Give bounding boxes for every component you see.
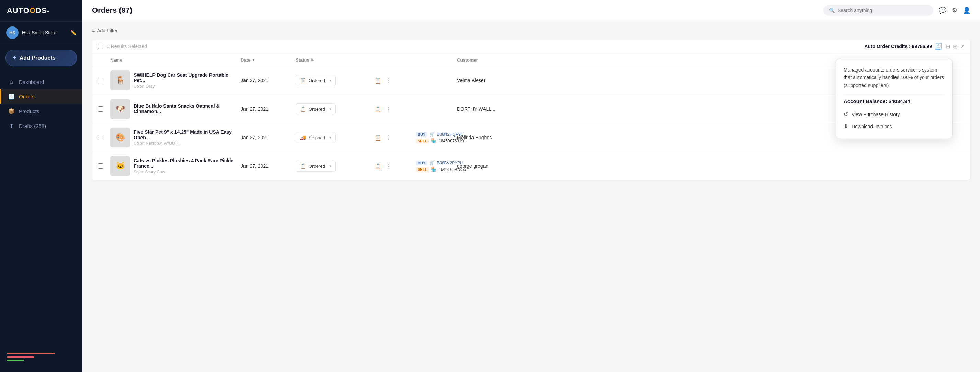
results-selected: 0 Results Selected xyxy=(107,44,147,49)
amazon-icon: 🛒 xyxy=(429,132,435,137)
logo: AUTOŌDS- xyxy=(0,0,83,22)
account-balance: Account Balance: $4034.94 xyxy=(844,98,945,104)
col-name: Name xyxy=(110,57,241,62)
popup-description: Managed accounts orders service is syste… xyxy=(844,66,945,89)
more-options-icon[interactable]: ⋮ xyxy=(386,163,391,169)
row-checkbox[interactable] xyxy=(98,135,103,140)
action-icons: 📋 ⋮ xyxy=(375,134,416,141)
sidebar-item-label: Dashboard xyxy=(19,79,44,85)
topbar: Orders (97) 🔍 💬 ⚙ 👤 xyxy=(83,0,980,21)
download-invoices-action[interactable]: ⬇ Download Invoices xyxy=(844,120,945,133)
table-row: 🐱 Cats vs Pickles Plushies 4 Pack Rare P… xyxy=(92,152,970,180)
sidebar-item-orders[interactable]: 🧾 Orders xyxy=(0,89,83,104)
status-label: Ordered xyxy=(309,107,325,112)
sidebar-bottom xyxy=(0,346,83,372)
status-badge[interactable]: 📋 Ordered ▾ xyxy=(296,161,336,172)
product-variant: Color: Gray xyxy=(134,84,241,89)
status-icon: 📋 xyxy=(300,106,306,112)
user-name: Hila Small Store xyxy=(22,30,67,35)
filter-bar: ≡ Add Filter xyxy=(92,28,970,34)
view-purchase-history-action[interactable]: ↺ View Purchase History xyxy=(844,108,945,120)
edit-profile-icon[interactable]: ✏️ xyxy=(70,30,76,35)
user-profile[interactable]: HS Hila Small Store ✏️ xyxy=(0,22,83,44)
products-icon: 📦 xyxy=(8,108,15,115)
search-bar[interactable]: 🔍 xyxy=(823,5,933,16)
user-icon[interactable]: 👤 xyxy=(963,6,970,14)
topbar-right: 🔍 💬 ⚙ 👤 xyxy=(823,5,970,16)
order-details-icon[interactable]: 📋 xyxy=(375,163,382,169)
buy-tag: BUY xyxy=(416,161,427,165)
list-view-icon[interactable]: ⊟ xyxy=(946,43,950,50)
add-filter-button[interactable]: ≡ Add Filter xyxy=(92,28,118,34)
chevron-down-icon: ▾ xyxy=(329,136,331,140)
status-badge[interactable]: 🚚 Shipped ▾ xyxy=(296,132,336,143)
grid-view-icon[interactable]: ⊞ xyxy=(953,43,957,50)
logo-accent: Ō xyxy=(30,6,36,15)
buy-row: BUY 🛒 B08N2HQP9C xyxy=(416,132,457,137)
status-label: Ordered xyxy=(309,164,325,169)
col-status: Status ⇅ xyxy=(296,57,375,62)
sidebar-item-label: Products xyxy=(19,108,39,114)
chevron-down-icon: ▾ xyxy=(329,107,331,112)
product-variant: Style: Scary Cats xyxy=(134,169,241,174)
status-sort-icon[interactable]: ⇅ xyxy=(311,58,313,62)
auto-order-credits: Auto Order Credits : 99786.99 🧾 xyxy=(864,43,942,50)
product-name: Blue Buffalo Santa Snacks Oatmeal & Cinn… xyxy=(134,103,241,114)
status-badge[interactable]: 📋 Ordered ▾ xyxy=(296,104,336,115)
table-header-row: 0 Results Selected Auto Order Credits : … xyxy=(92,39,970,54)
status-badge[interactable]: 📋 Ordered ▾ xyxy=(296,75,336,86)
bar-green xyxy=(7,359,24,361)
col-buysell xyxy=(416,57,457,62)
row-checkbox[interactable] xyxy=(98,106,103,112)
status-icon: 📋 xyxy=(300,78,306,83)
sidebar-item-drafts[interactable]: ⬆ Drafts (258) xyxy=(0,119,83,133)
select-all-checkbox[interactable] xyxy=(98,44,103,49)
sell-tag: SELL xyxy=(416,167,429,172)
status-cell: 📋 Ordered ▾ xyxy=(296,104,375,115)
customer-name: Velma Kieser xyxy=(457,78,526,83)
orders-icon: 🧾 xyxy=(8,93,15,100)
product-details: SWIHELP Dog Car Seat Upgrade Portable Pe… xyxy=(134,72,241,89)
filter-label: Add Filter xyxy=(97,28,118,34)
product-name: Cats vs Pickles Plushies 4 Pack Rare Pic… xyxy=(134,158,241,169)
export-icon[interactable]: ↗ xyxy=(960,43,964,50)
sidebar-item-label: Orders xyxy=(19,94,35,99)
settings-icon[interactable]: ⚙ xyxy=(952,6,957,14)
status-icon: 🚚 xyxy=(300,135,306,140)
product-image: 🪑 xyxy=(110,70,130,90)
product-variant: Color: Rainbow, W/OUT... xyxy=(134,141,241,146)
history-icon: ↺ xyxy=(844,111,848,118)
col-checkbox xyxy=(98,57,110,62)
sidebar: AUTOŌDS- HS Hila Small Store ✏️ + Add Pr… xyxy=(0,0,83,372)
sidebar-item-dashboard[interactable]: ⌂ Dashboard xyxy=(0,75,83,89)
sell-row: SELL 🏪 164616697355 xyxy=(416,167,457,172)
date-sort-icon[interactable]: ▼ xyxy=(252,58,255,62)
credits-label: Auto Order Credits : 99786.99 xyxy=(864,44,932,49)
order-date: Jan 27, 2021 xyxy=(241,135,296,140)
col-customer: Customer xyxy=(457,57,526,62)
page-content: ≡ Add Filter 0 Results Selected Auto Ord… xyxy=(83,21,980,372)
buy-row: BUY 🛒 B08BV2PYPH xyxy=(416,160,457,165)
search-input[interactable] xyxy=(837,8,928,13)
order-details-icon[interactable]: 📋 xyxy=(375,77,382,84)
more-options-icon[interactable]: ⋮ xyxy=(386,77,391,84)
order-details-icon[interactable]: 📋 xyxy=(375,106,382,112)
progress-bars xyxy=(0,350,83,369)
sell-tag: SELL xyxy=(416,139,429,144)
messages-icon[interactable]: 💬 xyxy=(939,6,947,14)
row-checkbox[interactable] xyxy=(98,78,103,83)
status-label: Shipped xyxy=(309,135,325,140)
more-options-icon[interactable]: ⋮ xyxy=(386,106,391,112)
col-date: Date ▼ xyxy=(241,57,296,62)
add-products-button[interactable]: + Add Products xyxy=(5,49,77,66)
product-image: 🎨 xyxy=(110,128,130,147)
sidebar-item-products[interactable]: 📦 Products xyxy=(0,104,83,119)
view-toggle-icons: ⊟ ⊞ ↗ xyxy=(946,43,964,50)
row-checkbox[interactable] xyxy=(98,163,103,169)
buy-tag: BUY xyxy=(416,132,427,137)
order-date: Jan 27, 2021 xyxy=(241,78,296,83)
chevron-down-icon: ▾ xyxy=(329,164,331,168)
order-details-icon[interactable]: 📋 xyxy=(375,134,382,141)
bar-red-2 xyxy=(7,356,34,358)
more-options-icon[interactable]: ⋮ xyxy=(386,134,391,141)
